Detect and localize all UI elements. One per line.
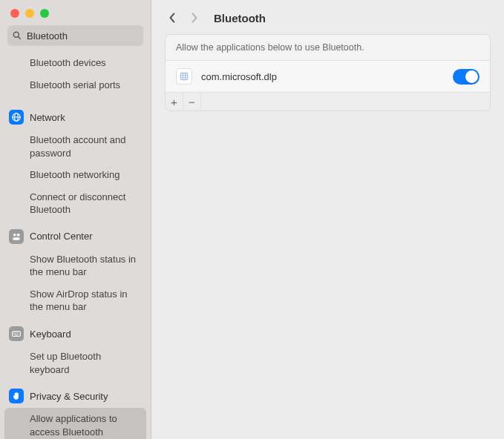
sidebar-item-bt-menubar[interactable]: Show Bluetooth status in the menu bar — [0, 248, 151, 283]
sidebar-section-controlcenter: Control Center Show Bluetooth status in … — [0, 221, 151, 318]
forward-button[interactable] — [187, 10, 202, 25]
traffic-lights — [0, 0, 151, 25]
sidebar-section-keyboard: Keyboard Set up Bluetooth keyboard — [0, 318, 151, 380]
section-header-privacy[interactable]: Privacy & Security — [0, 383, 151, 408]
search-box[interactable] — [7, 25, 143, 46]
search-input[interactable] — [22, 30, 151, 42]
minimize-window-button[interactable] — [25, 9, 34, 18]
section-title: Control Center — [30, 231, 93, 242]
main-content: Bluetooth Allow the applications below t… — [151, 0, 504, 439]
sidebar-section-network: Network Bluetooth account and password B… — [0, 102, 151, 221]
keyboard-icon — [9, 326, 24, 341]
svg-rect-8 — [17, 234, 20, 237]
close-window-button[interactable] — [10, 9, 19, 18]
chevron-right-icon — [190, 12, 199, 24]
app-toggle[interactable] — [453, 69, 480, 85]
panel-description: Allow the applications below to use Blue… — [166, 35, 490, 61]
svg-rect-10 — [13, 331, 21, 336]
sidebar-section-privacy: Privacy & Security Allow applications to… — [0, 380, 151, 439]
search-wrap — [0, 25, 151, 52]
app-row: com.microsoft.dlp — [166, 61, 490, 92]
panel-footer: + − — [166, 92, 490, 110]
svg-line-1 — [18, 36, 20, 39]
sidebar: Bluetooth devices Bluetooth serial ports… — [0, 0, 151, 439]
app-icon — [176, 68, 192, 85]
section-title: Keyboard — [30, 329, 71, 340]
remove-app-button[interactable]: − — [183, 93, 201, 110]
svg-point-0 — [13, 32, 19, 37]
section-header-network[interactable]: Network — [0, 105, 151, 129]
svg-rect-9 — [13, 237, 19, 240]
sidebar-top-group: Bluetooth devices Bluetooth serial ports — [0, 52, 151, 102]
section-header-keyboard[interactable]: Keyboard — [0, 321, 151, 346]
sidebar-item-airdrop-menubar[interactable]: Show AirDrop status in the menu bar — [0, 283, 151, 318]
search-icon — [12, 30, 22, 41]
add-app-button[interactable]: + — [166, 93, 183, 110]
section-header-controlcenter[interactable]: Control Center — [0, 224, 151, 248]
sidebar-item-bluetooth-serial-ports[interactable]: Bluetooth serial ports — [0, 74, 151, 96]
sidebar-item-bt-account[interactable]: Bluetooth account and password — [0, 129, 151, 164]
back-button[interactable] — [165, 10, 180, 25]
sidebar-item-allow-bluetooth[interactable]: Allow applications to access Bluetooth — [4, 408, 146, 439]
sidebar-item-bt-keyboard[interactable]: Set up Bluetooth keyboard — [0, 346, 151, 380]
bluetooth-apps-panel: Allow the applications below to use Blue… — [165, 34, 491, 111]
chevron-left-icon — [168, 12, 177, 24]
svg-point-7 — [13, 234, 16, 237]
controlcenter-icon — [9, 229, 24, 244]
content: Allow the applications below to use Blue… — [151, 34, 504, 111]
globe-icon — [9, 110, 24, 125]
section-title: Privacy & Security — [30, 391, 108, 402]
hand-icon — [9, 389, 24, 403]
maximize-window-button[interactable] — [40, 9, 49, 18]
settings-window: Bluetooth devices Bluetooth serial ports… — [0, 0, 504, 439]
svg-rect-15 — [180, 73, 187, 79]
sidebar-item-bluetooth-devices[interactable]: Bluetooth devices — [0, 52, 151, 74]
section-title: Network — [30, 112, 65, 123]
sidebar-item-bt-networking[interactable]: Bluetooth networking — [0, 164, 151, 186]
sidebar-item-bt-connect[interactable]: Connect or disconnect Bluetooth — [0, 186, 151, 221]
page-title: Bluetooth — [214, 12, 266, 24]
header: Bluetooth — [151, 0, 504, 34]
app-name: com.microsoft.dlp — [201, 71, 444, 82]
